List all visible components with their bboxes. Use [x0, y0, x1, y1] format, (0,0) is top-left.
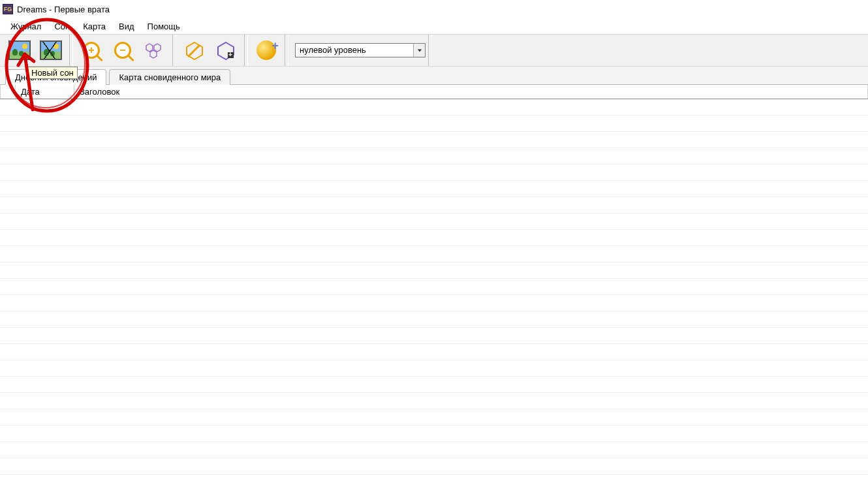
table-row[interactable] [0, 328, 868, 344]
table-row[interactable] [0, 132, 868, 148]
col-date[interactable]: Дата [16, 85, 74, 99]
tab-strip: Дневник сновидений Карта сновиденного ми… [0, 67, 868, 85]
hexagons-icon [144, 40, 164, 60]
table-row[interactable] [0, 246, 868, 262]
hex-add-icon: + [216, 40, 236, 60]
new-dream-button[interactable] [7, 37, 33, 63]
level-combo[interactable]: нулевой уровень [295, 43, 426, 57]
table-row[interactable] [0, 426, 868, 442]
table-row[interactable] [0, 377, 868, 393]
toolbar-separator [172, 35, 176, 66]
svg-text:+: + [228, 51, 232, 58]
svg-line-4 [189, 46, 199, 56]
toolbar: + − + + [0, 34, 868, 67]
hex-add-button[interactable]: + [213, 37, 239, 63]
table-row[interactable] [0, 197, 868, 213]
table-row[interactable] [0, 475, 868, 489]
table-row[interactable] [0, 230, 868, 246]
chevron-down-icon[interactable] [413, 44, 425, 57]
table-row[interactable] [0, 393, 868, 409]
list-header: Дата Заголовок [0, 85, 868, 99]
level-combo-value: нулевой уровень [296, 44, 413, 57]
hex-draw-icon [185, 40, 204, 60]
svg-marker-1 [154, 44, 161, 52]
picture-broken-icon [40, 40, 62, 60]
menu-bar: Журнал Сон Карта Вид Помощь [0, 18, 868, 34]
zoom-out-icon: − [114, 42, 131, 59]
toolbar-separator [69, 35, 73, 66]
toolbar-separator [285, 35, 288, 66]
edit-dream-button[interactable] [38, 37, 64, 63]
table-row[interactable] [0, 213, 868, 230]
globe-plus-icon: + [256, 40, 276, 60]
table-row[interactable] [0, 181, 868, 197]
menu-journal[interactable]: Журнал [4, 20, 48, 33]
table-row[interactable] [0, 344, 868, 360]
table-row[interactable] [0, 409, 868, 426]
toolbar-separator [428, 35, 432, 66]
menu-help[interactable]: Помощь [141, 20, 187, 33]
list-body[interactable] [0, 99, 868, 489]
table-row[interactable] [0, 311, 868, 328]
title-bar: FG Dreams - Первые врата [0, 0, 868, 18]
app-icon: FG [3, 4, 13, 14]
table-row[interactable] [0, 458, 868, 475]
col-title[interactable]: Заголовок [74, 85, 868, 99]
menu-view[interactable]: Вид [112, 20, 141, 33]
table-row[interactable] [0, 165, 868, 181]
table-row[interactable] [0, 262, 868, 279]
globe-add-button[interactable]: + [253, 37, 279, 63]
menu-dream[interactable]: Сон [48, 20, 76, 33]
zoom-in-button[interactable]: + [78, 37, 104, 63]
tooltip-new-dream: Новый сон [27, 67, 78, 79]
zoom-out-button[interactable]: − [110, 37, 136, 63]
table-row[interactable] [0, 295, 868, 311]
svg-marker-0 [146, 44, 153, 52]
menu-map[interactable]: Карта [76, 20, 112, 33]
table-row[interactable] [0, 442, 868, 458]
tab-dream-map[interactable]: Карта сновиденного мира [109, 69, 230, 85]
col-blank[interactable] [0, 85, 16, 99]
table-row[interactable] [0, 148, 868, 165]
table-row[interactable] [0, 279, 868, 295]
app-icon-text: FG [4, 7, 12, 12]
table-row[interactable] [0, 116, 868, 132]
zoom-in-icon: + [83, 42, 100, 59]
table-row[interactable] [0, 360, 868, 377]
picture-icon [8, 40, 31, 60]
table-row[interactable] [0, 99, 868, 116]
svg-marker-8 [417, 49, 421, 52]
toolbar-separator [244, 35, 248, 66]
window-title: Dreams - Первые врата [17, 5, 110, 14]
draw-hex-button[interactable] [181, 37, 208, 63]
hex-grid-button[interactable] [141, 37, 167, 63]
svg-marker-2 [150, 50, 157, 58]
